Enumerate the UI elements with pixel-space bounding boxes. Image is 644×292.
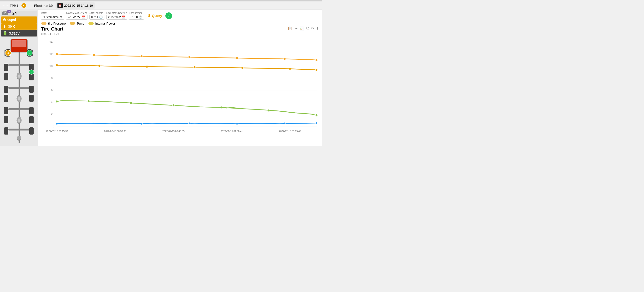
svg-text:⚙: ⚙ <box>7 52 9 54</box>
svg-point-78 <box>88 100 90 102</box>
svg-rect-20 <box>8 87 30 89</box>
svg-rect-24 <box>29 95 34 102</box>
svg-point-72 <box>146 65 148 68</box>
confirm-button[interactable]: ✓ <box>166 13 172 19</box>
svg-rect-1 <box>12 40 26 47</box>
svg-text:✓: ✓ <box>28 52 30 54</box>
start-date-label: Start: MM/DD/YYYY <box>66 12 88 14</box>
pressure-stat: ⊙ 96psi <box>1 17 37 23</box>
svg-point-69 <box>315 59 318 61</box>
date-dropdown-icon: ▼ <box>60 16 62 19</box>
left-panel: ID 0 24 ⊙ 96psi 🌡 30°C 🔋 3.326V <box>0 10 38 146</box>
svg-point-65 <box>140 55 143 57</box>
tpms-label: ← TPMS <box>6 4 18 8</box>
tpms-dropdown[interactable]: ▼ <box>22 3 26 8</box>
end-date-input[interactable]: 2/15/2022 📅 <box>106 15 127 20</box>
svg-point-26 <box>18 97 20 100</box>
clock-icon: ⏰ <box>58 3 63 8</box>
id-label: ID <box>2 12 8 15</box>
svg-text:2022-02-15 01:00:41: 2022-02-15 01:00:41 <box>221 130 243 133</box>
svg-point-80 <box>172 104 174 107</box>
svg-point-75 <box>289 68 291 70</box>
start-date-input[interactable]: 2/15/2022 📅 <box>66 15 88 20</box>
back-button[interactable]: ← ← TPMS <box>2 4 18 8</box>
svg-point-82 <box>268 109 270 112</box>
chart-title-group: Tire Chart tires: 11 14 24 <box>41 26 64 36</box>
top-nav-bar: ← ← TPMS ▼ Fleet no 39 ⏰ 2022-02-15 14:1… <box>0 2 322 10</box>
table-view-icon[interactable]: 📋 <box>288 26 292 31</box>
svg-point-68 <box>284 58 286 60</box>
svg-rect-22 <box>4 95 8 102</box>
svg-rect-34 <box>8 129 30 131</box>
back-arrow-icon: ← <box>2 4 5 8</box>
bar-chart-icon[interactable]: 📊 <box>300 26 304 31</box>
calendar-icon: 📅 <box>82 16 85 19</box>
svg-point-37 <box>17 136 21 141</box>
chart-toolbar: 📋 〰 📊 ⬡ ↻ ⬇ <box>288 26 319 31</box>
svg-rect-28 <box>4 107 8 114</box>
svg-point-40 <box>88 22 94 25</box>
start-time-label: Start: hh:mm <box>90 12 104 14</box>
query-bar: Date: Custom time ▼ Start: MM/DD/YYYY 2/… <box>41 12 319 20</box>
battery-icon: 🔋 <box>3 31 8 36</box>
query-button[interactable]: ⬇ Query <box>146 13 164 19</box>
svg-text:0: 0 <box>53 124 54 128</box>
legend-power: Internal Power <box>88 22 115 25</box>
start-time-field-group: Start: hh:mm 00:11 🕐 <box>90 12 104 20</box>
legend-row: tire Pressure Temp Internal Power <box>41 22 319 25</box>
download-chart-icon[interactable]: ⬇ <box>316 26 319 31</box>
temp-legend-label: Temp <box>77 22 84 25</box>
svg-point-77 <box>56 100 58 103</box>
start-time-input[interactable]: 00:11 🕐 <box>90 15 104 20</box>
svg-rect-29 <box>4 116 8 123</box>
end-date-field-group: End: MM/DD/YYYY 2/15/2022 📅 <box>106 12 127 20</box>
svg-point-38 <box>41 22 46 25</box>
clock-small-icon: 🕐 <box>99 16 103 19</box>
temp-icon: 🌡 <box>3 24 7 29</box>
calendar2-icon: 📅 <box>122 16 125 19</box>
svg-point-66 <box>188 56 190 58</box>
battery-stat: 🔋 3.326V <box>1 30 37 37</box>
svg-rect-30 <box>29 107 34 114</box>
svg-text:✓: ✓ <box>30 71 32 74</box>
svg-text:120: 120 <box>49 52 54 56</box>
chart-title: Tire Chart <box>41 26 64 32</box>
end-time-value: 01:30 <box>130 16 138 19</box>
svg-point-63 <box>56 53 58 55</box>
svg-point-71 <box>98 65 100 67</box>
svg-point-33 <box>18 119 20 122</box>
svg-point-84 <box>56 123 58 125</box>
svg-point-81 <box>220 106 222 109</box>
legend-pressure: tire Pressure <box>41 22 66 25</box>
layers-icon[interactable]: ⬡ <box>306 26 309 31</box>
svg-text:140: 140 <box>49 40 54 44</box>
svg-point-70 <box>56 64 58 66</box>
svg-text:20: 20 <box>51 112 54 116</box>
svg-rect-12 <box>4 64 8 71</box>
end-date-label: End: MM/DD/YYYY <box>106 12 127 14</box>
date-value: Custom time <box>43 16 59 19</box>
vehicle-diagram: ⚙ ✓ ✓ <box>4 37 34 146</box>
chart-subtitle: tires: 11 14 24 <box>41 32 64 36</box>
power-legend-label: Internal Power <box>95 22 115 25</box>
svg-point-64 <box>93 54 95 56</box>
line-chart-icon[interactable]: 〰 <box>294 27 298 31</box>
date-label: Date: <box>41 12 64 14</box>
datetime-box: ⏰ 2022-02-15 14:18:19 <box>56 3 95 9</box>
svg-point-76 <box>315 69 318 71</box>
id-count: 0 <box>7 10 11 13</box>
end-time-input[interactable]: 01:30 🕐 <box>129 15 144 20</box>
svg-point-74 <box>241 67 243 69</box>
download-icon: ⬇ <box>147 13 151 18</box>
svg-text:100: 100 <box>49 64 54 68</box>
tire-chart-svg: 140 120 100 80 60 40 20 0 2022-02-15 00:… <box>41 36 319 144</box>
svg-point-73 <box>194 66 196 69</box>
temp-legend-icon <box>70 22 75 25</box>
chart-area: 140 120 100 80 60 40 20 0 2022-02-15 00:… <box>41 36 319 144</box>
end-date-value: 2/15/2022 <box>108 16 120 19</box>
date-select[interactable]: Custom time ▼ <box>41 15 64 20</box>
svg-point-39 <box>70 22 75 25</box>
refresh-icon[interactable]: ↻ <box>311 26 314 31</box>
temp-stat: 🌡 30°C <box>1 23 37 30</box>
svg-rect-13 <box>4 73 8 80</box>
